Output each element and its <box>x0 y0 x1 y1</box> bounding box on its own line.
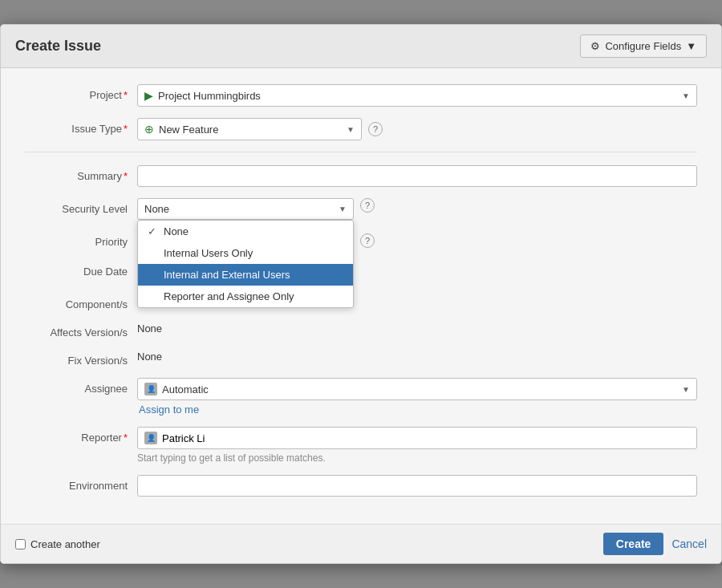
assignee-label: Assignee <box>25 378 137 395</box>
dialog-title: Create Issue <box>15 38 101 55</box>
environment-row: Environment <box>25 475 697 497</box>
project-row: Project* ▶ Project Hummingbirds ▼ <box>25 84 697 107</box>
dialog-footer: Create another Create Cancel <box>1 524 721 563</box>
issue-type-chevron-icon: ▼ <box>347 125 355 134</box>
priority-help-icon[interactable]: ? <box>360 233 375 248</box>
affects-version-value: None <box>137 318 162 335</box>
form-divider <box>25 152 697 152</box>
security-internal-label: Internal Users Only <box>164 247 253 259</box>
security-option-reporter-assignee[interactable]: ✓ Reporter and Assignee Only <box>138 286 353 307</box>
assignee-avatar: 👤 <box>144 383 157 395</box>
priority-label: Priority <box>25 231 137 248</box>
reporter-input-wrap: 👤 Patrick Li Start typing to get a list … <box>137 427 697 464</box>
issue-type-value: New Feature <box>159 124 218 136</box>
security-chevron-icon: ▼ <box>339 205 347 213</box>
affects-version-row: Affects Version/s None <box>25 322 697 339</box>
security-option-internal[interactable]: ✓ Internal Users Only <box>138 242 353 264</box>
fix-version-value: None <box>137 346 162 363</box>
assign-me-link[interactable]: Assign to me <box>139 403 697 416</box>
create-issue-dialog: Create Issue ⚙ Configure Fields ▼ Projec… <box>0 24 722 564</box>
reporter-value: Patrick Li <box>162 432 205 444</box>
issue-type-control: ⊕ New Feature ▼ ? <box>137 118 697 140</box>
security-level-wrap: None ▼ ✓ None ✓ Internal Users Only <box>137 198 697 220</box>
due-date-label: Due Date <box>25 261 137 278</box>
assignee-select[interactable]: 👤 Automatic ▼ <box>137 378 697 400</box>
security-level-select[interactable]: None ▼ <box>137 198 354 220</box>
reporter-input[interactable]: 👤 Patrick Li <box>137 427 697 449</box>
due-date-row: Due Date 📅 <box>25 261 697 282</box>
reporter-control: 👤 Patrick Li Start typing to get a list … <box>137 427 697 464</box>
assignee-control: 👤 Automatic ▼ Assign to me <box>137 378 697 416</box>
fix-version-control: None <box>137 350 697 363</box>
issue-type-row: Issue Type* ⊕ New Feature ▼ ? <box>25 118 697 140</box>
project-value: Project Hummingbirds <box>158 90 261 102</box>
summary-control <box>137 165 697 187</box>
security-none-label: None <box>164 225 189 237</box>
affects-version-control: None <box>137 322 697 335</box>
fix-version-label: Fix Version/s <box>25 350 137 367</box>
affects-version-label: Affects Version/s <box>25 322 137 339</box>
components-label: Component/s <box>25 294 137 310</box>
environment-input[interactable] <box>137 475 697 497</box>
assignee-value: Automatic <box>162 383 209 395</box>
reporter-row: Reporter* 👤 Patrick Li Start typing to g… <box>25 427 697 464</box>
summary-input[interactable] <box>137 165 697 187</box>
assignee-row: Assignee 👤 Automatic ▼ Assign to me <box>25 378 697 416</box>
security-level-control: None ▼ ✓ None ✓ Internal Users Only <box>137 198 697 220</box>
issue-type-label: Issue Type* <box>25 118 137 135</box>
gear-icon: ⚙ <box>590 40 600 52</box>
assignee-chevron-icon: ▼ <box>682 385 690 394</box>
security-option-internal-external[interactable]: ✓ Internal and External Users <box>138 264 353 286</box>
components-row: Component/s None <box>25 294 697 310</box>
configure-fields-dropdown-icon: ▼ <box>686 40 696 52</box>
security-dropdown-container: None ▼ ✓ None ✓ Internal Users Only <box>137 198 354 220</box>
summary-label: Summary* <box>25 165 137 182</box>
issue-type-help-icon[interactable]: ? <box>368 122 383 136</box>
create-another-label[interactable]: Create another <box>30 538 100 550</box>
cancel-button[interactable]: Cancel <box>671 537 707 550</box>
environment-label: Environment <box>25 475 137 492</box>
project-icon: ▶ <box>144 89 153 102</box>
security-level-row: Security Level None ▼ ✓ None <box>25 198 697 220</box>
reporter-label: Reporter* <box>25 427 137 444</box>
check-none-icon: ✓ <box>148 225 159 237</box>
security-reporter-assignee-label: Reporter and Assignee Only <box>164 290 294 302</box>
security-internal-external-label: Internal and External Users <box>164 269 290 281</box>
project-control: ▶ Project Hummingbirds ▼ <box>137 84 697 107</box>
project-chevron-icon: ▼ <box>682 91 690 100</box>
security-level-value: None <box>144 203 169 215</box>
security-option-none[interactable]: ✓ None <box>138 221 353 242</box>
issue-type-select[interactable]: ⊕ New Feature ▼ <box>137 118 362 140</box>
project-select[interactable]: ▶ Project Hummingbirds ▼ <box>137 84 697 107</box>
dialog-body: Project* ▶ Project Hummingbirds ▼ Issue … <box>1 68 721 524</box>
fix-version-row: Fix Version/s None <box>25 350 697 367</box>
environment-control <box>137 475 697 497</box>
configure-fields-button[interactable]: ⚙ Configure Fields ▼ <box>580 34 707 58</box>
create-another-wrap: Create another <box>15 538 100 550</box>
reporter-avatar: 👤 <box>144 432 157 444</box>
security-help-icon[interactable]: ? <box>360 198 375 213</box>
issue-type-icon: ⊕ <box>144 123 154 136</box>
configure-fields-label: Configure Fields <box>605 40 681 52</box>
create-button[interactable]: Create <box>603 533 664 555</box>
reporter-hint: Start typing to get a list of possible m… <box>137 452 697 464</box>
priority-row: Priority ▼ ? <box>25 231 697 249</box>
project-label: Project* <box>25 84 137 101</box>
create-another-checkbox[interactable] <box>15 539 26 549</box>
assignee-wrap: 👤 Automatic ▼ Assign to me <box>137 378 697 416</box>
issue-type-select-wrap: ⊕ New Feature ▼ ? <box>137 118 697 140</box>
summary-row: Summary* <box>25 165 697 187</box>
security-level-label: Security Level <box>25 198 137 215</box>
dialog-header: Create Issue ⚙ Configure Fields ▼ <box>1 25 721 68</box>
security-dropdown-menu: ✓ None ✓ Internal Users Only ✓ Internal … <box>137 220 354 308</box>
